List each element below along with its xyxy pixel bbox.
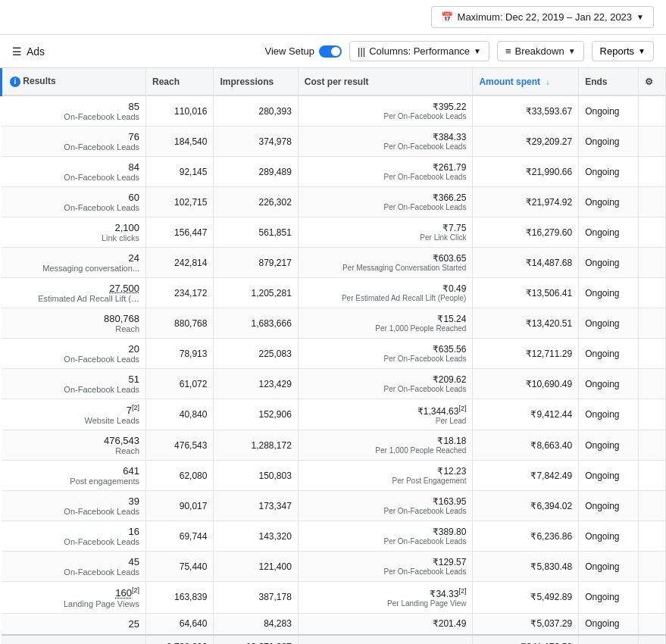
table-row: 20 On-Facebook Leads 78,913 225,083 ₹635…: [2, 339, 666, 369]
cost-cell: ₹15.24 Per 1,000 People Reached: [298, 308, 473, 339]
cost-cell: ₹209.62 Per On-Facebook Leads: [298, 369, 473, 399]
ends-cell: Ongoing: [579, 308, 639, 339]
impressions-cell: 143,320: [214, 521, 298, 552]
row-settings: [639, 613, 666, 635]
breakdown-icon: ≡: [505, 45, 511, 57]
row-settings: [639, 461, 666, 491]
impressions-cell: 374,978: [214, 127, 298, 157]
row-settings: [639, 582, 666, 613]
reach-cell: 62,080: [146, 461, 214, 491]
columns-chevron-icon: ▼: [474, 47, 481, 55]
reach-cell: 476,543: [146, 430, 214, 461]
table-footer-row: – Multiple conversions 3,780,606 People …: [2, 635, 666, 644]
col-amount-spent[interactable]: Amount spent ↓: [473, 68, 579, 95]
reach-cell: 69,744: [146, 521, 214, 552]
impressions-cell: 1,683,666: [214, 308, 298, 339]
chevron-down-icon: ▼: [636, 13, 644, 21]
col-ends[interactable]: Ends: [579, 68, 639, 95]
amount-cell: ₹29,209.27: [473, 127, 579, 157]
breakdown-button[interactable]: ≡ Breakdown ▼: [497, 41, 584, 61]
ends-cell: Ongoing: [579, 248, 639, 278]
results-cell: 880,768 Reach: [2, 308, 146, 339]
cost-cell: ₹201.49: [298, 613, 473, 635]
calendar-icon: 📅: [441, 11, 453, 23]
cost-cell: ₹603.65 Per Messaging Conversation Start…: [298, 248, 473, 278]
row-settings: [639, 217, 666, 248]
reach-cell: 78,913: [146, 339, 214, 369]
amount-cell: ₹12,711.29: [473, 339, 579, 369]
ends-cell: Ongoing: [579, 187, 639, 217]
reach-cell: 110,016: [146, 95, 214, 127]
amount-cell: ₹6,236.86: [473, 521, 579, 552]
col-settings[interactable]: ⚙: [639, 68, 666, 95]
impressions-cell: 121,400: [214, 552, 298, 582]
cost-cell: ₹384.33 Per On-Facebook Leads: [298, 127, 473, 157]
table-row: 39 On-Facebook Leads 90,017 173,347 ₹163…: [2, 491, 666, 521]
row-settings: [639, 339, 666, 369]
impressions-cell: 225,083: [214, 339, 298, 369]
breakdown-label: Breakdown: [515, 45, 564, 57]
table-row: 16 On-Facebook Leads 69,744 143,320 ₹389…: [2, 521, 666, 552]
footer-cost: – Multiple conversions: [298, 635, 473, 644]
row-settings: [639, 491, 666, 521]
col-cost-per-result[interactable]: Cost per result: [298, 68, 473, 95]
ends-cell: Ongoing: [579, 613, 639, 635]
table-row: 160[2] Landing Page Views 163,839 387,17…: [2, 582, 666, 613]
date-range-button[interactable]: 📅 Maximum: Dec 22, 2019 – Jan 22, 2023 ▼: [431, 6, 654, 28]
table-row: 45 On-Facebook Leads 75,440 121,400 ₹129…: [2, 552, 666, 582]
cost-cell: ₹129.57 Per On-Facebook Leads: [298, 552, 473, 582]
row-settings: [639, 308, 666, 339]
columns-button[interactable]: ||| Columns: Performance ▼: [349, 41, 489, 61]
col-results[interactable]: i Results: [2, 68, 146, 95]
impressions-cell: 561,851: [214, 217, 298, 248]
reports-chevron-icon: ▼: [638, 47, 646, 55]
ends-cell: Ongoing: [579, 491, 639, 521]
results-cell: 39 On-Facebook Leads: [2, 491, 146, 521]
results-info-icon[interactable]: i: [10, 77, 20, 87]
ends-cell: Ongoing: [579, 369, 639, 399]
reports-button[interactable]: Reports ▼: [592, 41, 654, 61]
amount-cell: ₹14,487.68: [473, 248, 579, 278]
amount-cell: ₹13,420.51: [473, 308, 579, 339]
reach-cell: 92,145: [146, 157, 214, 187]
table-row: 85 On-Facebook Leads 110,016 280,393 ₹39…: [2, 95, 666, 127]
footer-impressions: 13,871,987 Total: [214, 635, 298, 644]
col-reach[interactable]: Reach: [146, 68, 214, 95]
footer-results: – Multiple conversions: [2, 635, 146, 644]
cost-cell: ₹163.95 Per On-Facebook Leads: [298, 491, 473, 521]
ends-cell: Ongoing: [579, 399, 639, 430]
amount-cell: ₹16,279.60: [473, 217, 579, 248]
results-cell: 76 On-Facebook Leads: [2, 127, 146, 157]
impressions-cell: 280,393: [214, 95, 298, 127]
cost-cell: ₹18.18 Per 1,000 People Reached: [298, 430, 473, 461]
row-settings: [639, 278, 666, 308]
reach-cell: 102,715: [146, 187, 214, 217]
table-row: 60 On-Facebook Leads 102,715 226,302 ₹36…: [2, 187, 666, 217]
reach-cell: 90,017: [146, 491, 214, 521]
table-row: 641 Post engagements 62,080 150,803 ₹12.…: [2, 461, 666, 491]
table-row: 51 On-Facebook Leads 61,072 123,429 ₹209…: [2, 369, 666, 399]
cost-cell: ₹1,344.63[2] Per Lead: [298, 399, 473, 430]
ads-title: ☰ Ads: [12, 45, 45, 58]
cost-cell: ₹366.25 Per On-Facebook Leads: [298, 187, 473, 217]
impressions-cell: 84,283: [214, 613, 298, 635]
results-cell: 7[2] Website Leads: [2, 399, 146, 430]
view-setup-toggle[interactable]: [319, 45, 342, 58]
row-settings: [639, 521, 666, 552]
results-cell: 16 On-Facebook Leads: [2, 521, 146, 552]
footer-amount: ₹341,172.52 Total Spent: [473, 635, 579, 644]
impressions-cell: 123,429: [214, 369, 298, 399]
results-cell: 476,543 Reach: [2, 430, 146, 461]
impressions-cell: 173,347: [214, 491, 298, 521]
impressions-cell: 226,302: [214, 187, 298, 217]
results-cell: 24 Messaging conversation...: [2, 248, 146, 278]
col-impressions[interactable]: Impressions: [214, 68, 298, 95]
footer-reach: 3,780,606 People: [146, 635, 214, 644]
ends-cell: Ongoing: [579, 521, 639, 552]
top-bar: 📅 Maximum: Dec 22, 2019 – Jan 22, 2023 ▼: [0, 0, 666, 35]
view-setup-label: View Setup: [264, 45, 314, 57]
table-row: 7[2] Website Leads 40,840 152,906 ₹1,344…: [2, 399, 666, 430]
ends-cell: Ongoing: [579, 339, 639, 369]
row-settings: [639, 248, 666, 278]
ends-cell: Ongoing: [579, 217, 639, 248]
